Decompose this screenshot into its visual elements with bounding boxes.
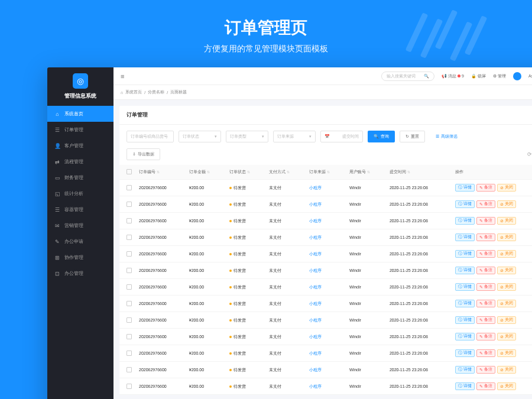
- row-checkbox[interactable]: [126, 367, 132, 372]
- sidebar-item[interactable]: ⇄流程管理: [47, 154, 113, 170]
- note-button[interactable]: ✎备注: [476, 200, 495, 208]
- crumb-home[interactable]: 系统首页: [125, 89, 142, 95]
- user-menu[interactable]: AsureUX ▾: [528, 74, 532, 79]
- col-order-no[interactable]: 订单编号⇅: [135, 165, 186, 180]
- row-checkbox[interactable]: [126, 284, 132, 290]
- close-button[interactable]: ⊘关闭: [497, 349, 516, 357]
- note-button[interactable]: ✎备注: [476, 283, 495, 291]
- close-button[interactable]: ⊘关闭: [497, 200, 516, 208]
- col-pay[interactable]: 支付方式⇅: [265, 165, 306, 180]
- close-button[interactable]: ⊘关闭: [497, 217, 516, 225]
- note-button[interactable]: ✎备注: [476, 300, 495, 307]
- row-checkbox[interactable]: [126, 334, 132, 339]
- note-button[interactable]: ✎备注: [476, 233, 495, 241]
- sidebar-item[interactable]: ⊡办公管理: [47, 265, 113, 281]
- row-checkbox[interactable]: [126, 202, 132, 207]
- cell-source[interactable]: 小程序: [306, 362, 346, 378]
- cell-source[interactable]: 小程序: [306, 312, 346, 329]
- note-button[interactable]: ✎备注: [476, 250, 495, 258]
- reset-button[interactable]: ↻重置: [400, 131, 425, 142]
- row-checkbox[interactable]: [126, 384, 132, 389]
- sidebar-item[interactable]: ✉营销管理: [47, 218, 113, 233]
- note-button[interactable]: ✎备注: [476, 267, 495, 274]
- close-button[interactable]: ⊘关闭: [497, 366, 516, 374]
- close-button[interactable]: ⊘关闭: [497, 300, 516, 307]
- row-checkbox[interactable]: [126, 317, 132, 323]
- detail-button[interactable]: ⓘ详情: [455, 217, 475, 225]
- row-checkbox[interactable]: [126, 185, 132, 190]
- sidebar-item[interactable]: ⌂系统首页: [47, 106, 113, 122]
- lock-link[interactable]: 🔒 锁屏: [471, 73, 486, 79]
- menu-toggle-icon[interactable]: ≡: [121, 73, 124, 80]
- search-input[interactable]: 输入搜索关键词 🔍: [381, 72, 434, 81]
- cell-source[interactable]: 小程序: [306, 229, 346, 246]
- note-button[interactable]: ✎备注: [476, 316, 495, 324]
- type-select[interactable]: 订单类型▾: [226, 131, 268, 142]
- cell-source[interactable]: 小程序: [306, 345, 346, 362]
- select-all-checkbox[interactable]: [126, 169, 132, 174]
- cell-source[interactable]: 小程序: [306, 196, 346, 213]
- cell-source[interactable]: 小程序: [306, 180, 346, 196]
- row-checkbox[interactable]: [126, 235, 132, 240]
- note-button[interactable]: ✎备注: [476, 349, 495, 357]
- sidebar-item[interactable]: ✎办公申请: [47, 233, 113, 249]
- close-button[interactable]: ⊘关闭: [497, 333, 516, 340]
- avatar[interactable]: [513, 72, 521, 80]
- admin-link[interactable]: ⚙ 管理: [493, 73, 506, 79]
- note-button[interactable]: ✎备注: [476, 382, 495, 390]
- sidebar-item[interactable]: ☰容器管理: [47, 202, 113, 218]
- detail-button[interactable]: ⓘ详情: [455, 366, 475, 374]
- status-select[interactable]: 订单状态▾: [179, 131, 221, 142]
- cell-source[interactable]: 小程序: [306, 329, 346, 345]
- col-status[interactable]: 订单状态⇅: [226, 165, 266, 180]
- row-checkbox[interactable]: [126, 301, 132, 306]
- col-user[interactable]: 用户账号⇅: [346, 165, 386, 180]
- sidebar-item[interactable]: ☰订单管理: [47, 122, 113, 138]
- col-source[interactable]: 订单来源⇅: [306, 165, 346, 180]
- detail-button[interactable]: ⓘ详情: [455, 283, 475, 291]
- close-button[interactable]: ⊘关闭: [497, 184, 516, 192]
- cell-source[interactable]: 小程序: [306, 213, 346, 229]
- sidebar-item[interactable]: ▭财务管理: [47, 170, 113, 186]
- detail-button[interactable]: ⓘ详情: [455, 382, 475, 390]
- order-no-input[interactable]: 订单编号或商品货号: [126, 131, 174, 142]
- cell-source[interactable]: 小程序: [306, 262, 346, 279]
- row-checkbox[interactable]: [126, 268, 132, 273]
- col-amount[interactable]: 订单金额⇅: [186, 165, 226, 180]
- sidebar-item[interactable]: 👤客户管理: [47, 138, 113, 154]
- export-button[interactable]: ⇩导出数据: [126, 148, 160, 160]
- row-checkbox[interactable]: [126, 351, 132, 356]
- sidebar-item[interactable]: ⊞协作管理: [47, 249, 113, 265]
- detail-button[interactable]: ⓘ详情: [455, 316, 475, 324]
- close-button[interactable]: ⊘关闭: [497, 283, 516, 291]
- messages-link[interactable]: 📢 消息 9: [442, 73, 464, 79]
- cell-source[interactable]: 小程序: [306, 378, 346, 395]
- advanced-filter-button[interactable]: ☰高级筛选: [430, 131, 463, 142]
- row-checkbox[interactable]: [126, 251, 132, 257]
- sidebar-item[interactable]: ◱统计分析: [47, 186, 113, 202]
- close-button[interactable]: ⊘关闭: [497, 316, 516, 324]
- note-button[interactable]: ✎备注: [476, 366, 495, 374]
- cell-source[interactable]: 小程序: [306, 246, 346, 262]
- note-button[interactable]: ✎备注: [476, 217, 495, 225]
- detail-button[interactable]: ⓘ详情: [455, 333, 475, 340]
- detail-button[interactable]: ⓘ详情: [455, 200, 475, 208]
- close-button[interactable]: ⊘关闭: [497, 233, 516, 241]
- source-select[interactable]: 订单来源▾: [273, 131, 316, 142]
- detail-button[interactable]: ⓘ详情: [455, 349, 475, 357]
- detail-button[interactable]: ⓘ详情: [455, 250, 475, 258]
- cell-source[interactable]: 小程序: [306, 279, 346, 296]
- detail-button[interactable]: ⓘ详情: [455, 233, 475, 241]
- detail-button[interactable]: ⓘ详情: [455, 300, 475, 307]
- col-time[interactable]: 提交时间⇅: [386, 165, 452, 180]
- detail-button[interactable]: ⓘ详情: [455, 267, 475, 274]
- note-button[interactable]: ✎备注: [476, 184, 495, 192]
- row-checkbox[interactable]: [126, 218, 132, 223]
- note-button[interactable]: ✎备注: [476, 333, 495, 340]
- close-button[interactable]: ⊘关闭: [497, 250, 516, 258]
- close-button[interactable]: ⊘关闭: [497, 267, 516, 274]
- refresh-icon[interactable]: ⟳: [527, 151, 532, 157]
- crumb-category[interactable]: 分类名称: [148, 89, 164, 95]
- close-button[interactable]: ⊘关闭: [497, 382, 516, 390]
- detail-button[interactable]: ⓘ详情: [455, 184, 475, 192]
